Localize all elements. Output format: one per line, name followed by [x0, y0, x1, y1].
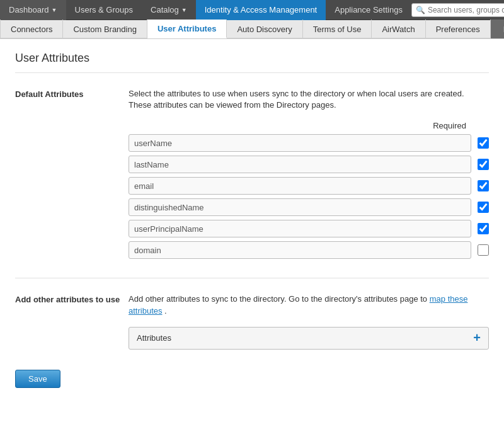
userprincipalname-input[interactable]	[129, 220, 471, 237]
subnav-airwatch[interactable]: AirWatch	[372, 20, 425, 38]
subnav-terms-of-use[interactable]: Terms of Use	[303, 20, 372, 38]
catalog-dropdown-icon: ▼	[181, 7, 187, 13]
lastname-input[interactable]	[129, 156, 471, 173]
dashboard-dropdown-icon: ▼	[52, 7, 57, 13]
domain-required-checkbox[interactable]	[478, 244, 489, 256]
search-input[interactable]	[428, 6, 504, 14]
nav-identity-access[interactable]: Identity & Access Management	[196, 0, 326, 20]
default-attributes-label: Default Attributes	[15, 88, 129, 263]
attr-row-userprincipalname	[129, 220, 489, 237]
domain-input[interactable]	[129, 241, 471, 259]
nav-users-groups[interactable]: Users & Groups	[66, 0, 142, 20]
attr-row-distinguishedname	[129, 198, 489, 216]
dashboard-label: Dashboard	[9, 5, 49, 14]
default-attributes-section: Default Attributes Select the attributes…	[15, 88, 489, 278]
nav-dashboard[interactable]: Dashboard ▼	[0, 0, 66, 20]
subnav-connectors[interactable]: Connectors	[0, 20, 63, 38]
attr-row-domain	[129, 241, 489, 259]
distinguishedname-input[interactable]	[129, 198, 471, 216]
catalog-label: Catalog	[151, 5, 179, 14]
attr-row-lastname	[129, 156, 489, 173]
sub-nav: Connectors Custom Branding User Attribut…	[0, 20, 504, 39]
page-title: User Attributes	[15, 52, 489, 73]
default-attributes-description: Select the attributes to use when users …	[129, 88, 489, 111]
add-attributes-description: Add other attributes to sync to the dire…	[129, 294, 489, 316]
distinguishedname-required-checkbox[interactable]	[478, 202, 489, 213]
top-nav: Dashboard ▼ Users & Groups Catalog ▼ Ide…	[0, 0, 504, 20]
userprincipalname-required-checkbox[interactable]	[478, 223, 489, 234]
attr-row-email	[129, 177, 489, 195]
add-attributes-content: Add other attributes to sync to the dire…	[129, 294, 489, 349]
nav-catalog[interactable]: Catalog ▼	[142, 0, 196, 20]
search-bar: 🔍	[411, 3, 504, 17]
username-required-checkbox[interactable]	[478, 137, 489, 149]
attributes-bar-label: Attributes	[137, 333, 473, 343]
appliance-settings-label: Appliance Settings	[335, 5, 403, 14]
username-input[interactable]	[129, 134, 471, 152]
identity-access-label: Identity & Access Management	[205, 5, 317, 14]
subnav-custom-branding[interactable]: Custom Branding	[63, 20, 147, 38]
users-groups-label: Users & Groups	[75, 5, 133, 14]
attr-row-username	[129, 134, 489, 152]
subnav-preferences[interactable]: Preferences	[426, 20, 491, 38]
subnav-auto-discovery[interactable]: Auto Discovery	[227, 20, 302, 38]
page-content: User Attributes Default Attributes Selec…	[0, 39, 504, 439]
add-attributes-section: Add other attributes to use Add other at…	[15, 294, 489, 349]
add-attribute-button[interactable]: +	[473, 331, 481, 345]
nav-appliance-settings[interactable]: Appliance Settings	[326, 0, 411, 20]
search-icon: 🔍	[416, 6, 425, 14]
required-header: Required	[129, 121, 489, 130]
manage-button[interactable]: Manage	[491, 20, 504, 38]
email-required-checkbox[interactable]	[478, 180, 489, 191]
lastname-required-checkbox[interactable]	[478, 159, 489, 170]
save-button[interactable]: Save	[15, 370, 60, 388]
add-attributes-label: Add other attributes to use	[15, 294, 129, 349]
attributes-bar: Attributes +	[129, 327, 489, 350]
email-input[interactable]	[129, 177, 471, 195]
subnav-user-attributes[interactable]: User Attributes	[147, 20, 227, 38]
default-attributes-content: Select the attributes to use when users …	[129, 88, 489, 263]
